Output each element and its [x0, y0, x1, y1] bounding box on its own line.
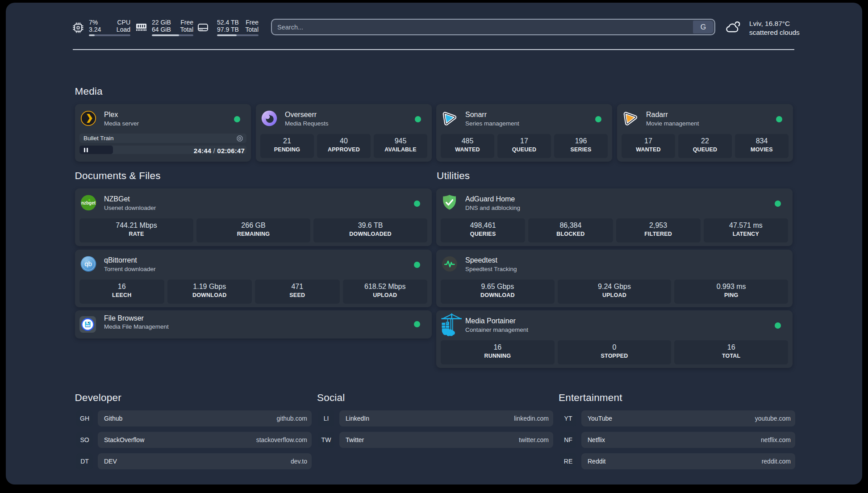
svg-text:nzbget: nzbget [81, 201, 96, 205]
svg-text:qb: qb [84, 260, 92, 267]
